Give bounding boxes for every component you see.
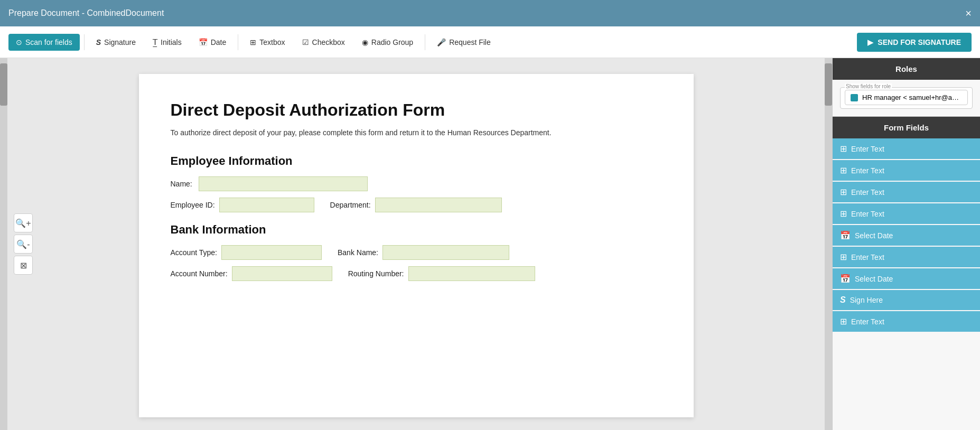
app-title: Prepare Document - CombinedDocument — [8, 8, 164, 18]
department-input[interactable] — [375, 198, 502, 212]
close-button[interactable]: × — [965, 8, 972, 18]
bank-name-label: Bank Name: — [338, 248, 378, 257]
date-icon: 📅 — [199, 38, 208, 46]
text-field-icon-4: ⊞ — [840, 209, 847, 219]
field-label-6: Enter Text — [851, 253, 884, 261]
field-label-8: Sign Here — [850, 296, 883, 304]
title-bar: Prepare Document - CombinedDocument × — [0, 0, 980, 26]
toolbar: ⊙ Scan for fields S Signature T̲ Initial… — [8, 33, 498, 51]
scroll-thumb — [0, 63, 7, 106]
field-label-3: Enter Text — [851, 188, 884, 197]
send-icon: ▶ — [867, 38, 873, 46]
roles-header: Roles — [833, 58, 980, 80]
field-label-2: Enter Text — [851, 166, 884, 175]
zoom-in-icon: 🔍+ — [15, 218, 31, 228]
account-type-label: Account Type: — [171, 248, 217, 257]
account-type-bank-row: Account Type: Bank Name: — [171, 245, 662, 260]
action-bar: ⊙ Scan for fields S Signature T̲ Initial… — [0, 26, 980, 58]
radio-group-button[interactable]: ◉ Radio Group — [354, 34, 421, 51]
send-for-signature-button[interactable]: ▶ SEND FOR SIGNATURE — [857, 33, 972, 52]
role-color-indicator — [851, 94, 858, 101]
employee-id-input[interactable] — [219, 198, 314, 212]
name-label: Name: — [171, 180, 192, 188]
bank-section-title: Bank Information — [171, 223, 662, 237]
signature-icon: S — [96, 38, 101, 46]
toolbar-separator-2 — [238, 34, 238, 50]
fit-icon: ⊠ — [20, 260, 27, 270]
account-type-input[interactable] — [221, 245, 322, 260]
scan-fields-button[interactable]: ⊙ Scan for fields — [8, 34, 80, 51]
zoom-out-button[interactable]: 🔍- — [14, 235, 33, 254]
text-field-icon-6: ⊞ — [840, 316, 847, 326]
field-label-9: Enter Text — [851, 317, 884, 326]
scrollbar-right[interactable] — [825, 58, 832, 430]
text-field-icon-5: ⊞ — [840, 252, 847, 262]
scan-icon: ⊙ — [16, 38, 22, 46]
initials-icon: T̲ — [153, 38, 157, 47]
bank-section: Bank Information Account Type: Bank Name… — [171, 223, 662, 281]
document-title: Direct Deposit Authorization Form — [171, 100, 662, 120]
field-label-5: Select Date — [855, 231, 893, 240]
fit-to-page-button[interactable]: ⊠ — [14, 256, 33, 275]
roles-dropdown[interactable]: HR manager < samuel+hr@accusoft — [845, 90, 968, 105]
text-field-icon-3: ⊞ — [840, 187, 847, 197]
employee-id-dept-row: Employee ID: Department: — [171, 198, 662, 212]
checkbox-button[interactable]: ☑ Checkbox — [295, 34, 352, 51]
field-item-2[interactable]: ⊞ Enter Text — [833, 160, 980, 181]
toolbar-separator-3 — [425, 34, 425, 50]
field-item-8[interactable]: S Sign Here — [833, 290, 980, 310]
employee-id-label: Employee ID: — [171, 201, 215, 209]
field-item-3[interactable]: ⊞ Enter Text — [833, 182, 980, 202]
roles-dropdown-wrapper: Show fields for role HR manager < samuel… — [840, 87, 973, 109]
radio-icon: ◉ — [362, 38, 368, 46]
textbox-button[interactable]: ⊞ Textbox — [242, 34, 292, 51]
name-input[interactable] — [199, 176, 368, 191]
text-field-icon-1: ⊞ — [840, 144, 847, 154]
text-field-icon-2: ⊞ — [840, 165, 847, 175]
document-area: 🔍+ 🔍- ⊠ Direct Deposit Authorization For… — [7, 58, 825, 430]
name-field-row: Name: — [171, 176, 662, 191]
field-label-4: Enter Text — [851, 210, 884, 218]
sign-field-icon: S — [840, 295, 846, 305]
zoom-in-button[interactable]: 🔍+ — [14, 213, 33, 232]
bank-name-input[interactable] — [382, 245, 509, 260]
main-area: 🔍+ 🔍- ⊠ Direct Deposit Authorization For… — [0, 58, 980, 430]
routing-number-input[interactable] — [408, 266, 535, 281]
scrollbar-left[interactable] — [0, 58, 7, 430]
department-label: Department: — [330, 201, 371, 209]
field-label-1: Enter Text — [851, 145, 884, 153]
role-value: HR manager < samuel+hr@accusoft — [862, 94, 962, 101]
show-fields-label: Show fields for role — [845, 83, 892, 89]
field-item-5[interactable]: 📅 Select Date — [833, 225, 980, 246]
field-item-7[interactable]: 📅 Select Date — [833, 268, 980, 289]
field-item-1[interactable]: ⊞ Enter Text — [833, 138, 980, 159]
document-subtitle: To authorize direct deposit of your pay,… — [171, 127, 662, 138]
account-number-label: Account Number: — [171, 269, 228, 278]
date-field-icon-2: 📅 — [840, 274, 851, 284]
account-num-routing-row: Account Number: Routing Number: — [171, 266, 662, 281]
request-file-button[interactable]: 🎤 Request File — [430, 34, 498, 51]
form-fields-header: Form Fields — [833, 117, 980, 138]
field-item-9[interactable]: ⊞ Enter Text — [833, 311, 980, 332]
date-button[interactable]: 📅 Date — [191, 34, 234, 51]
employee-section-title: Employee Information — [171, 154, 662, 168]
textbox-icon: ⊞ — [250, 38, 256, 46]
field-item-4[interactable]: ⊞ Enter Text — [833, 203, 980, 224]
field-label-7: Select Date — [855, 275, 893, 283]
date-field-icon-1: 📅 — [840, 230, 851, 240]
checkbox-icon: ☑ — [302, 38, 309, 46]
account-number-input[interactable] — [232, 266, 332, 281]
roles-section: Show fields for role HR manager < samuel… — [833, 80, 980, 117]
toolbar-separator-1 — [84, 34, 85, 50]
document-paper: Direct Deposit Authorization Form To aut… — [139, 74, 694, 417]
field-item-6[interactable]: ⊞ Enter Text — [833, 247, 980, 267]
signature-button[interactable]: S Signature — [89, 34, 143, 51]
right-panel: Roles Show fields for role HR manager < … — [832, 58, 980, 430]
employee-section: Employee Information Name: Employee ID: … — [171, 154, 662, 212]
zoom-controls: 🔍+ 🔍- ⊠ — [14, 213, 33, 275]
form-fields-list: ⊞ Enter Text ⊞ Enter Text ⊞ Enter Text ⊞… — [833, 138, 980, 430]
scroll-thumb-right — [825, 63, 832, 106]
initials-button[interactable]: T̲ Initials — [145, 33, 189, 51]
zoom-out-icon: 🔍- — [16, 239, 30, 249]
routing-number-label: Routing Number: — [348, 269, 404, 278]
